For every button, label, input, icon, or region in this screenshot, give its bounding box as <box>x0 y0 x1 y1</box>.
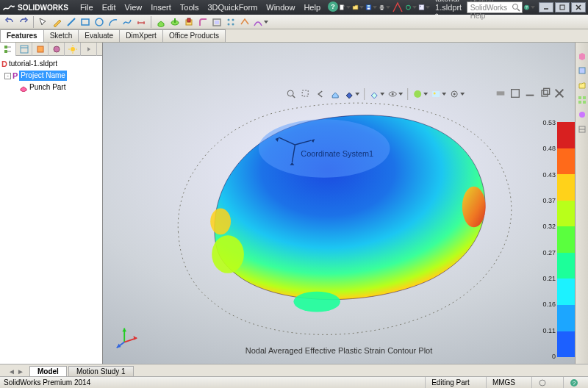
apply-scene-button[interactable] <box>430 88 447 100</box>
mdi-window-controls <box>494 88 566 98</box>
feat-extrude-button[interactable] <box>154 15 168 29</box>
fmtab-display-manager[interactable] <box>65 43 81 56</box>
strain-hotspot-right <box>462 187 486 228</box>
svg-rect-17 <box>82 19 89 25</box>
display-style-button[interactable] <box>368 88 385 100</box>
feat-line-button[interactable] <box>65 15 78 29</box>
open-doc-button[interactable] <box>351 1 365 14</box>
mtab-model[interactable]: Model <box>29 366 67 376</box>
menu-edit[interactable]: Edit <box>98 1 121 13</box>
fmtab-dimxpert[interactable] <box>49 43 65 56</box>
mtab-motion-study-1[interactable]: Motion Study 1 <box>68 366 134 376</box>
search-input[interactable]: Search SolidWorks Help <box>467 1 523 13</box>
svg-point-45 <box>434 93 436 95</box>
feat-spline-button[interactable] <box>121 15 134 29</box>
tp-custom-props[interactable] <box>576 123 589 135</box>
fmtab-property-manager[interactable] <box>16 43 32 56</box>
search-icon <box>512 3 520 12</box>
feature-tree[interactable]: D tutorial-1.sldprt - P Project Name Pun… <box>0 56 102 364</box>
print-button[interactable] <box>378 1 391 14</box>
fmtab-config-manager[interactable] <box>32 43 49 56</box>
minimize-button[interactable] <box>539 2 553 12</box>
view-orient-button[interactable] <box>343 88 360 100</box>
help-icon[interactable]: ? <box>328 1 338 12</box>
mdi-restore-button[interactable] <box>538 88 551 98</box>
svg-point-38 <box>287 90 293 96</box>
tab-scroll-right[interactable]: ► <box>16 366 25 376</box>
tree-project[interactable]: - P Project Name <box>1 70 101 82</box>
tp-view-palette[interactable] <box>576 94 589 106</box>
feat-rect-button[interactable] <box>79 15 92 29</box>
title-bar: SOLIDWORKS File Edit View Insert Tools 3… <box>0 0 588 15</box>
tp-resources[interactable] <box>576 50 589 62</box>
app-name: SOLIDWORKS <box>18 4 68 12</box>
zoom-fit-button[interactable] <box>284 88 298 100</box>
feat-revolve-button[interactable] <box>168 15 182 29</box>
tab-scroll-left[interactable]: ◄ <box>7 366 16 376</box>
orientation-triad[interactable] <box>113 323 141 351</box>
redo-button[interactable] <box>17 15 30 29</box>
undo-button[interactable] <box>3 15 16 29</box>
close-button[interactable] <box>571 2 586 12</box>
edit-appearance-button[interactable] <box>412 88 429 100</box>
graphics-viewport[interactable]: Coordinate System1 Nodal Averaged Effect… <box>103 43 575 364</box>
mdi-full-button[interactable] <box>509 88 522 98</box>
svg-point-36 <box>54 46 60 52</box>
tab-sketch[interactable]: Sketch <box>43 29 79 42</box>
menu-3dquickform[interactable]: 3DQuickForm <box>203 1 262 13</box>
help-main-button[interactable]: ? <box>523 1 536 14</box>
svg-rect-60 <box>578 96 581 99</box>
tab-features[interactable]: Features <box>0 29 44 42</box>
mdi-close-button[interactable] <box>553 88 566 98</box>
zoom-area-button[interactable] <box>299 88 312 100</box>
status-custom-icon[interactable] <box>531 377 553 388</box>
feat-ref-button[interactable] <box>238 15 251 29</box>
plot-caption: Nodal Averaged Effective Plastic Strain … <box>245 346 433 355</box>
legend-seg-8 <box>557 331 575 358</box>
menu-tools[interactable]: Tools <box>176 1 204 13</box>
tp-file-explorer[interactable] <box>576 79 589 91</box>
options-button[interactable] <box>417 1 431 14</box>
new-doc-button[interactable] <box>338 1 351 14</box>
strain-spot-left <box>212 235 244 273</box>
tab-evaluate[interactable]: Evaluate <box>78 29 120 42</box>
collapse-icon[interactable]: - <box>4 73 11 79</box>
hide-show-button[interactable] <box>387 88 404 100</box>
mdi-print-button[interactable] <box>494 88 507 98</box>
feat-shell-button[interactable] <box>210 15 223 29</box>
tp-design-library[interactable] <box>576 65 589 76</box>
save-button[interactable] <box>365 1 378 14</box>
feat-cut-button[interactable] <box>182 15 196 29</box>
mdi-min-button[interactable] <box>523 88 537 98</box>
fmtab-flyout[interactable] <box>81 43 97 56</box>
svg-rect-59 <box>579 68 585 73</box>
menu-help[interactable]: Help <box>299 1 325 13</box>
fmtab-feature-tree[interactable] <box>0 43 16 56</box>
svg-line-16 <box>68 18 75 26</box>
menu-file[interactable]: File <box>76 1 98 13</box>
tp-appearances[interactable] <box>576 109 589 121</box>
feat-fillet-button[interactable] <box>196 15 209 29</box>
view-settings-button[interactable] <box>448 88 465 100</box>
sketch-3d-button[interactable] <box>391 1 404 14</box>
status-help-icon[interactable]: ? <box>563 377 584 388</box>
maximize-button[interactable] <box>555 2 570 12</box>
feat-dim-button[interactable] <box>135 15 148 29</box>
tree-punch-part[interactable]: Punch Part <box>1 82 101 93</box>
menu-insert[interactable]: Insert <box>146 1 176 13</box>
feat-pattern-button[interactable] <box>224 15 237 29</box>
prev-view-button[interactable] <box>314 88 327 100</box>
feat-curves-button[interactable] <box>252 15 269 29</box>
menu-window[interactable]: Window <box>262 1 299 13</box>
section-view-button[interactable] <box>329 88 342 100</box>
tree-root[interactable]: D tutorial-1.sldprt <box>1 58 101 70</box>
feat-arc-button[interactable] <box>107 15 120 29</box>
feat-circle-button[interactable] <box>93 15 106 29</box>
feat-sketch-button[interactable] <box>51 15 64 29</box>
rebuild-button[interactable] <box>404 1 417 14</box>
d-icon: D <box>1 59 7 69</box>
menu-view[interactable]: View <box>121 1 147 13</box>
tab-office-products[interactable]: Office Products <box>162 29 226 42</box>
tab-dimxpert[interactable]: DimXpert <box>119 29 163 42</box>
feat-select-button[interactable] <box>37 15 50 29</box>
